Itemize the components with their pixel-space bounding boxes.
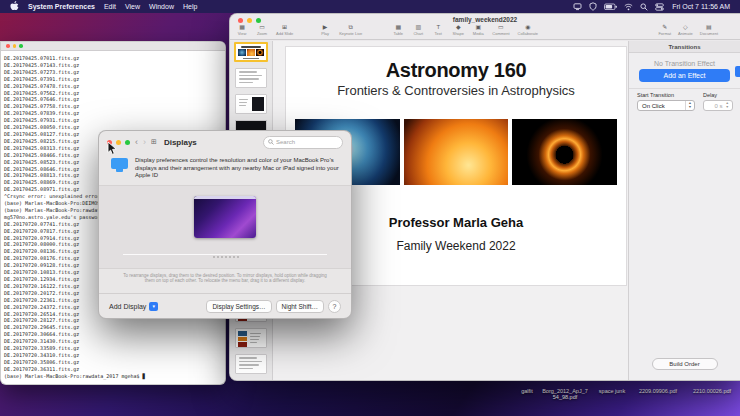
toolbar-view-button[interactable]: ▦View [236, 23, 248, 36]
status-icons [573, 2, 664, 11]
animate-icon: ◇ [683, 23, 688, 31]
zoom-window-icon[interactable] [125, 140, 130, 145]
desktop-icon-2[interactable]: Borg_2012_ApJ_7 54_98.pdf [537, 388, 593, 400]
night-shift-button[interactable]: Night Shift… [276, 300, 325, 313]
sidebar-divider [629, 88, 740, 89]
menu-item-edit[interactable]: Edit [104, 3, 116, 10]
display-thumbnail[interactable] [194, 196, 256, 238]
back-icon[interactable]: ‹ [135, 138, 138, 147]
search-icon[interactable] [640, 3, 648, 11]
close-icon[interactable] [6, 44, 10, 48]
zoom-window-icon[interactable] [19, 44, 23, 48]
slide-thumbnail-12[interactable] [235, 328, 267, 348]
toolbar-media-button[interactable]: ▣Media [472, 23, 484, 36]
keynote-toolbar: ▦View▭Zoom⊞Add Slide ▶Play⧉Keynote Live … [236, 23, 736, 40]
add-effect-button[interactable]: Add an Effect [639, 69, 730, 82]
keynote-live-icon: ⧉ [349, 23, 353, 31]
delay-value: 0 s [715, 103, 723, 109]
displays-window: ‹ › ⊞ Displays Display preferences contr… [98, 130, 352, 319]
black-hole-photo[interactable] [512, 119, 617, 185]
display-arrangement-pane[interactable] [99, 185, 351, 269]
menu-item-view[interactable]: View [125, 3, 140, 10]
keynote-titlebar[interactable]: family_weekend2022 ▦View▭Zoom⊞Add Slide … [230, 14, 740, 40]
zoom-icon: ▭ [259, 23, 265, 31]
display-settings-button[interactable]: Display Settings… [206, 300, 271, 313]
chevron-down-icon: ▾ [149, 302, 158, 311]
mouse-cursor [107, 141, 118, 160]
animate-sidebar: Transitions No Transition Effect Add an … [628, 41, 740, 380]
menu-item-window[interactable]: Window [149, 3, 174, 10]
toolbar-comment-button[interactable]: ▭Comment [492, 23, 509, 36]
displays-description: Display preferences control the resoluti… [135, 157, 339, 180]
control-center-icon[interactable] [655, 3, 664, 11]
add-display-label: Add Display [109, 303, 146, 310]
display-icon[interactable] [573, 2, 582, 11]
sun-photo[interactable] [404, 119, 509, 185]
collaborate-icon: ◉ [525, 23, 530, 31]
toolbar-zoom-button[interactable]: ▭Zoom [256, 23, 268, 36]
wifi-icon[interactable] [624, 3, 633, 11]
toolbar-shape-button[interactable]: ◆Shape [452, 23, 464, 36]
slide-thumbnail-13[interactable] [235, 354, 267, 374]
play-icon: ▶ [323, 23, 328, 31]
text-icon: T [436, 23, 440, 31]
shield-icon[interactable] [589, 2, 597, 11]
media-icon: ▣ [475, 23, 481, 31]
start-transition-label: Start Transition [637, 92, 674, 98]
show-all-icon[interactable]: ⊞ [151, 138, 157, 146]
search-input[interactable] [276, 139, 334, 145]
transitions-header: Transitions [629, 41, 740, 53]
battery-icon[interactable] [604, 3, 617, 11]
menu-bar-clock[interactable]: Fri Oct 7 11:56 AM [672, 3, 730, 10]
chart-icon: ▥ [415, 23, 421, 31]
toolbar-table-button[interactable]: ▦Table [392, 23, 404, 36]
toolbar-keynote-live-button[interactable]: ⧉Keynote Live [339, 23, 362, 36]
search-icon [268, 139, 274, 145]
desktop-icon-4[interactable]: 2209.09906.pdf [630, 388, 686, 394]
table-icon: ▦ [395, 23, 401, 31]
delay-label: Delay [703, 92, 717, 98]
apple-menu-icon[interactable] [10, 1, 19, 13]
help-button[interactable]: ? [328, 300, 341, 313]
add-display-popup[interactable]: Add Display ▾ [109, 302, 158, 311]
toolbar-play-button[interactable]: ▶Play [319, 23, 331, 36]
toolbar-add-slide-button[interactable]: ⊞Add Slide [276, 23, 293, 36]
app-menu-title[interactable]: System Preferences [28, 3, 95, 10]
slide-thumbnail-2[interactable] [235, 68, 267, 88]
document-icon: ▤ [706, 23, 712, 31]
toolbar-animate-button[interactable]: ◇Animate [678, 23, 693, 36]
toolbar-collaborate-button[interactable]: ◉Collaborate [518, 23, 538, 36]
build-order-button[interactable]: Build Order [652, 358, 718, 370]
terminal-titlebar[interactable] [1, 42, 225, 51]
view-icon: ▦ [239, 23, 245, 31]
menu-item-help[interactable]: Help [183, 3, 197, 10]
display-shelf [123, 254, 327, 259]
toolbar-document-button[interactable]: ▤Document [700, 23, 718, 36]
search-field[interactable] [263, 136, 343, 149]
slide-subtitle[interactable]: Frontiers & Controversies in Astrophysic… [286, 83, 626, 98]
stepper-arrows-icon: ▲▼ [685, 101, 694, 110]
minimize-icon[interactable] [13, 44, 17, 48]
displays-titlebar[interactable]: ‹ › ⊞ Displays [99, 131, 351, 153]
start-transition-popup[interactable]: On Click ▲▼ [637, 100, 695, 111]
delay-stepper[interactable]: 0 s ▲▼ [703, 100, 733, 111]
forward-icon[interactable]: › [143, 138, 146, 147]
shape-icon: ◆ [456, 23, 461, 31]
desktop-icon-5[interactable]: 2210.00026.pdf [684, 388, 740, 394]
desktop: System Preferences EditViewWindowHelp Fr… [0, 0, 740, 416]
toolbar-text-button[interactable]: TText [432, 23, 444, 36]
offscreen-blue-button-edge [735, 66, 740, 77]
toolbar-format-button[interactable]: ✎Format [658, 23, 671, 36]
toolbar-chart-button[interactable]: ▥Chart [412, 23, 424, 36]
slide-thumbnail-3[interactable] [235, 94, 267, 114]
slide-thumbnail-1[interactable] [234, 42, 268, 62]
menu-bar-status-area: Fri Oct 7 11:56 AM [573, 2, 730, 11]
add-slide-icon: ⊞ [282, 23, 287, 31]
start-transition-value: On Click [642, 103, 665, 109]
comment-icon: ▭ [498, 23, 504, 31]
no-transition-label: No Transition Effect [629, 60, 740, 67]
arrangement-hint: To rearrange displays, drag them to the … [99, 269, 351, 284]
displays-description-row: Display preferences control the resoluti… [99, 153, 351, 185]
menu-bar: System Preferences EditViewWindowHelp Fr… [0, 0, 740, 13]
slide-title[interactable]: Astronomy 160 [286, 59, 626, 82]
